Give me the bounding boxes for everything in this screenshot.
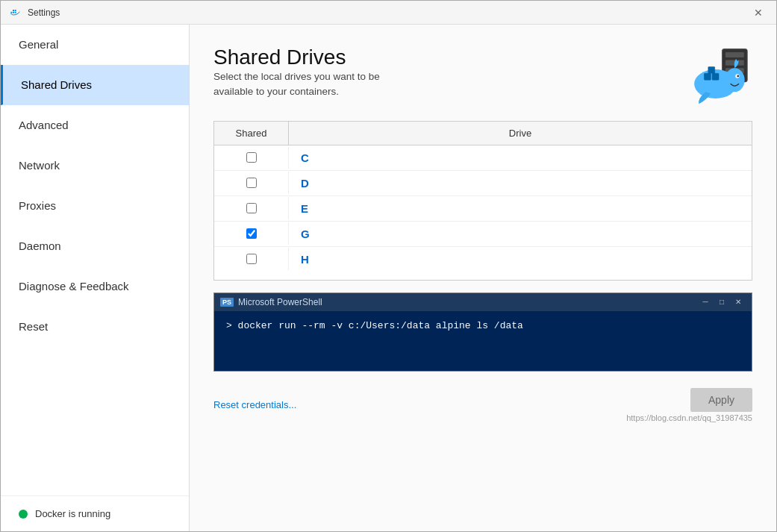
reset-credentials-link[interactable]: Reset credentials... xyxy=(213,399,296,410)
ps-titlebar-left: PS Microsoft PowerShell xyxy=(220,297,322,307)
bottom-right: Apply https://blog.csdn.net/qq_31987435 xyxy=(626,388,752,422)
svg-rect-2 xyxy=(15,11,16,13)
svg-point-12 xyxy=(737,75,739,78)
drive-h-shared-col xyxy=(214,248,289,270)
drive-row-c: C xyxy=(214,145,752,171)
sidebar-nav: General Shared Drives Advanced Network P… xyxy=(1,25,189,495)
titlebar-left: Settings xyxy=(10,7,60,19)
content-area: General Shared Drives Advanced Network P… xyxy=(1,25,776,531)
sidebar: General Shared Drives Advanced Network P… xyxy=(1,25,190,531)
page-title: Shared Drives xyxy=(213,46,380,69)
ps-icon: PS xyxy=(220,298,234,307)
drive-h-checkbox[interactable] xyxy=(246,254,257,264)
svg-rect-4 xyxy=(15,10,16,11)
powershell-window: PS Microsoft PowerShell ─ □ ✕ > docker r… xyxy=(213,292,752,372)
docker-whale-logo xyxy=(685,46,752,105)
col-shared-header: Shared xyxy=(214,122,289,145)
status-indicator xyxy=(19,510,28,519)
drive-d-letter: D xyxy=(289,171,752,195)
drive-c-shared-col xyxy=(214,146,289,169)
titlebar-title: Settings xyxy=(28,7,60,18)
sidebar-item-advanced[interactable]: Advanced xyxy=(1,105,189,145)
main-content: Shared Drives Select the local drives yo… xyxy=(190,25,776,531)
drives-table-header: Shared Drive xyxy=(214,122,752,145)
sidebar-item-reset[interactable]: Reset xyxy=(1,307,189,347)
drive-g-checkbox[interactable] xyxy=(246,228,257,239)
col-drive-header: Drive xyxy=(289,122,752,145)
svg-rect-6 xyxy=(725,52,744,57)
watermark-text: https://blog.csdn.net/qq_31987435 xyxy=(626,413,752,422)
ps-content: > docker run --rm -v c:/Users:/data alpi… xyxy=(214,311,752,371)
settings-window: Settings ✕ General Shared Drives Advance… xyxy=(0,0,777,532)
svg-rect-3 xyxy=(13,10,14,11)
svg-rect-1 xyxy=(13,11,14,13)
drive-c-letter: C xyxy=(289,145,752,170)
drive-h-letter: H xyxy=(289,247,752,272)
ps-maximize-button[interactable]: □ xyxy=(714,296,729,308)
sidebar-footer: Docker is running xyxy=(1,495,189,531)
sidebar-item-general[interactable]: General xyxy=(1,25,189,65)
svg-rect-0 xyxy=(10,11,12,13)
page-description: Select the local drives you want to be a… xyxy=(213,69,380,100)
sidebar-item-diagnose[interactable]: Diagnose & Feedback xyxy=(1,266,189,307)
page-header: Shared Drives Select the local drives yo… xyxy=(213,46,752,115)
sidebar-item-daemon[interactable]: Daemon xyxy=(1,226,189,266)
drive-row-d: D xyxy=(214,171,752,196)
svg-rect-14 xyxy=(712,73,719,80)
ps-titlebar: PS Microsoft PowerShell ─ □ ✕ xyxy=(214,293,752,311)
ps-title: Microsoft PowerShell xyxy=(238,297,322,307)
drive-row-g: G xyxy=(214,222,752,247)
docker-status-text: Docker is running xyxy=(35,508,110,519)
drive-row-h: H xyxy=(214,247,752,272)
header-left: Shared Drives Select the local drives yo… xyxy=(213,46,380,115)
apply-button[interactable]: Apply xyxy=(690,388,752,412)
docker-icon xyxy=(10,7,22,19)
svg-point-10 xyxy=(725,68,745,92)
drive-g-shared-col xyxy=(214,222,289,245)
close-button[interactable]: ✕ xyxy=(749,4,767,22)
ps-minimize-button[interactable]: ─ xyxy=(698,296,713,308)
svg-rect-13 xyxy=(704,73,711,80)
svg-rect-15 xyxy=(708,66,715,73)
drives-table: Shared Drive C xyxy=(213,121,752,281)
drive-row-e: E xyxy=(214,196,752,222)
bottom-bar: Reset credentials... Apply https://blog.… xyxy=(213,384,752,425)
sidebar-item-proxies[interactable]: Proxies xyxy=(1,186,189,226)
ps-controls: ─ □ ✕ xyxy=(698,296,746,308)
sidebar-item-shared-drives[interactable]: Shared Drives xyxy=(1,65,189,105)
ps-command: > docker run --rm -v c:/Users:/data alpi… xyxy=(226,320,523,331)
drive-e-shared-col xyxy=(214,197,289,219)
drives-table-body: C D E xyxy=(214,145,752,280)
titlebar: Settings ✕ xyxy=(1,1,776,25)
drive-g-letter: G xyxy=(289,222,752,246)
drive-c-checkbox[interactable] xyxy=(246,152,257,163)
drive-e-checkbox[interactable] xyxy=(246,203,257,213)
drive-e-letter: E xyxy=(289,196,752,221)
sidebar-item-network[interactable]: Network xyxy=(1,145,189,186)
ps-close-button[interactable]: ✕ xyxy=(731,296,746,308)
drive-d-checkbox[interactable] xyxy=(246,178,257,188)
drive-d-shared-col xyxy=(214,172,289,194)
